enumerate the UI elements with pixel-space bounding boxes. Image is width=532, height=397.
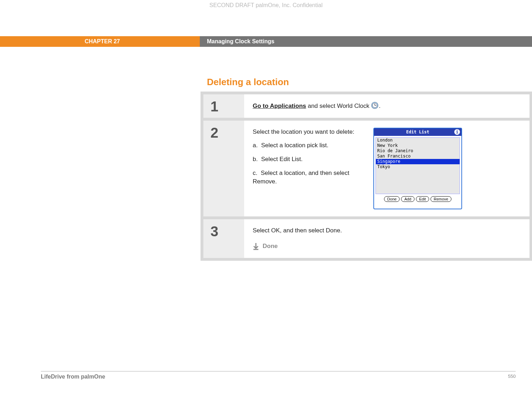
add-button[interactable]: Add [401, 196, 415, 202]
step-number: 1 [203, 94, 244, 118]
step1-text: and select World Clock [306, 103, 371, 109]
step3-text: Select OK, and then select Done. [253, 226, 521, 235]
go-to-applications-link[interactable]: Go to Applications [253, 103, 306, 109]
footer: LifeDrive from palmOne 550 [41, 371, 516, 380]
list-item[interactable]: Rio de Janeiro [376, 148, 460, 154]
device-list: London New York Rio de Janeiro San Franc… [375, 137, 460, 194]
sub-c-label: c. [253, 170, 257, 176]
step-row: 3 Select OK, and then select Done. Done [203, 219, 530, 258]
sub-b-label: b. [253, 156, 258, 162]
page-number: 550 [508, 374, 516, 380]
done-indicator: Done [253, 242, 521, 251]
sub-a-label: a. [253, 142, 258, 149]
done-label: Done [263, 242, 278, 251]
step-body: Go to Applications and select World Cloc… [244, 94, 530, 118]
list-item-selected[interactable]: Singapore [376, 159, 460, 164]
sub-b-text: Select Edit List. [261, 156, 303, 162]
step-body: Select the location you want to delete: … [244, 121, 530, 216]
info-icon[interactable]: i [454, 129, 460, 135]
chapter-number: CHAPTER 27 [0, 36, 200, 47]
sub-c-text: Select a location, and then select Remov… [253, 170, 349, 185]
list-item[interactable]: Tokyo [376, 164, 460, 170]
step-body: Select OK, and then select Done. Done [244, 219, 530, 258]
chapter-bar: CHAPTER 27 Managing Clock Settings [0, 36, 532, 47]
section-heading: Deleting a location [207, 77, 289, 88]
confidential-header: SECOND DRAFT palmOne, Inc. Confidential [0, 2, 532, 9]
device-title: Edit List [406, 129, 429, 134]
device-screenshot: Edit List i London New York Rio de Janei… [373, 128, 462, 209]
steps-container: 1 Go to Applications and select World Cl… [201, 92, 532, 261]
step1-period: . [379, 103, 380, 109]
chapter-title: Managing Clock Settings [200, 36, 532, 47]
step2-intro: Select the location you want to delete: [253, 128, 359, 137]
step-number: 2 [203, 121, 244, 216]
done-button[interactable]: Done [384, 196, 400, 202]
footer-product: LifeDrive from palmOne [41, 374, 105, 380]
list-item[interactable]: London [376, 138, 460, 143]
step-row: 2 Select the location you want to delete… [203, 121, 530, 216]
world-clock-icon [371, 101, 379, 109]
edit-button[interactable]: Edit [416, 196, 429, 202]
sub-a-text: Select a location pick list. [261, 142, 329, 149]
remove-button[interactable]: Remove [430, 196, 451, 202]
step-number: 3 [203, 219, 244, 258]
list-item[interactable]: San Francisco [376, 154, 460, 159]
device-button-row: Done Add Edit Remove [374, 195, 461, 203]
step-row: 1 Go to Applications and select World Cl… [203, 94, 530, 118]
down-arrow-icon [253, 243, 259, 250]
device-titlebar: Edit List i [374, 128, 461, 136]
list-item[interactable]: New York [376, 143, 460, 148]
